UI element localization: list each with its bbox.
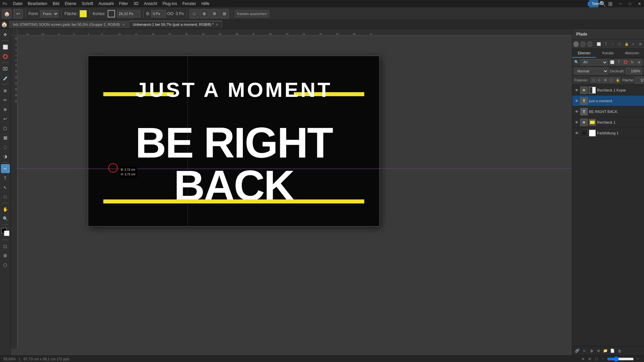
- stroke-size-input[interactable]: [117, 10, 141, 17]
- layer-eye-be-right-back[interactable]: 👁: [574, 109, 579, 114]
- layer-filter-icon-2[interactable]: T: [616, 59, 622, 65]
- status-icon-1[interactable]: ⊕: [580, 356, 586, 362]
- panel-dot-3[interactable]: [587, 42, 592, 47]
- tool-spot-heal[interactable]: ⊕: [1, 86, 10, 95]
- panel-dot-2[interactable]: [581, 42, 586, 47]
- tool-select-rect[interactable]: ⬜: [1, 43, 10, 51]
- kanten-ausrichten-button[interactable]: Kanten ausrichten: [235, 10, 269, 17]
- form-dropdown[interactable]: Form: [40, 10, 59, 17]
- menu-hilfe[interactable]: Hilfe: [199, 1, 211, 7]
- panel-icon-2[interactable]: T: [603, 42, 608, 47]
- layer-item-be-right-back[interactable]: 👁 T BE RIGHT BACK: [572, 106, 644, 117]
- lock-transparent-icon[interactable]: ◻: [591, 77, 596, 83]
- tool-lasso[interactable]: ⭕: [1, 52, 10, 61]
- b-value-input[interactable]: [151, 10, 166, 17]
- menu-ebene[interactable]: Ebene: [63, 1, 78, 7]
- tool-crop[interactable]: ⌧: [1, 64, 10, 73]
- tool-history-brush[interactable]: ↩: [1, 114, 10, 123]
- shape-option2-button[interactable]: ⊞: [220, 9, 229, 18]
- tool-gradient[interactable]: ▦: [1, 133, 10, 142]
- tool-mode[interactable]: ◻: [1, 242, 10, 250]
- lock-position-icon[interactable]: ✥: [603, 77, 608, 83]
- menu-fenster[interactable]: Fenster: [180, 1, 198, 7]
- panel-delete-icon[interactable]: 🗑: [616, 348, 623, 354]
- background-color[interactable]: [4, 231, 9, 236]
- tool-eraser[interactable]: ◻: [1, 124, 10, 132]
- lock-all-icon[interactable]: 🔒: [615, 77, 620, 83]
- menu-auswahl[interactable]: Auswahl: [97, 1, 116, 7]
- tab-brb-close[interactable]: ✕: [122, 23, 125, 26]
- deckraft-input[interactable]: [626, 68, 642, 74]
- menu-filter[interactable]: Filter: [117, 1, 130, 7]
- tool-shape[interactable]: □: [1, 192, 10, 201]
- tool-zoom[interactable]: 🔍: [1, 214, 10, 223]
- menu-plugins[interactable]: Plug-ins: [160, 1, 179, 7]
- stroke-swatch[interactable]: [108, 10, 115, 17]
- layer-filter-icon-5[interactable]: ⊕: [636, 59, 642, 65]
- tab-aktionen[interactable]: Aktionen: [620, 49, 644, 58]
- tool-hand[interactable]: ✋: [1, 205, 10, 214]
- lock-artboard-icon[interactable]: ⬡: [609, 77, 614, 83]
- layer-filter-icon-3[interactable]: ⭕: [623, 59, 629, 65]
- tool-clone[interactable]: ⊗: [1, 105, 10, 114]
- tab-ebenen[interactable]: Ebenen: [572, 49, 596, 58]
- panel-dot-1[interactable]: [574, 42, 579, 47]
- menu-bild[interactable]: Bild: [51, 1, 61, 7]
- tool-blur[interactable]: ◌: [1, 142, 10, 151]
- layer-item-rechteck-kopie[interactable]: 👁 ▦ Rechteck 1 Kopie: [572, 85, 644, 96]
- panel-icon-1[interactable]: ⬜: [596, 42, 601, 47]
- tab-unbenannt[interactable]: Unbenannt-1 bei 59,7% (just a moment, RG…: [129, 21, 222, 28]
- status-zoom-out[interactable]: −: [600, 356, 606, 362]
- zoom-slider[interactable]: [607, 356, 634, 362]
- panel-adjustment-icon[interactable]: ⊕: [595, 348, 601, 354]
- status-icon-3[interactable]: ◻: [594, 356, 599, 362]
- tool-options-button[interactable]: ↩: [13, 9, 23, 18]
- window-close[interactable]: ✕: [635, 0, 644, 7]
- tool-screen[interactable]: ⊞: [1, 251, 10, 260]
- layer-eye-just-a-moment[interactable]: 👁: [574, 99, 579, 103]
- fill-color-swatch[interactable]: [79, 10, 87, 17]
- tool-pen[interactable]: ✒: [1, 164, 10, 173]
- panel-new-layer-icon[interactable]: 📄: [609, 348, 615, 354]
- panel-mask-icon[interactable]: ◑: [588, 348, 594, 354]
- layer-item-just-a-moment[interactable]: 👁 T just a moment: [572, 96, 644, 106]
- layer-eye-rechteck1[interactable]: 👁: [574, 120, 579, 125]
- tab-brb-starting-soon[interactable]: brb STARTING SOON screen.psdc bei 50,5% …: [9, 21, 128, 28]
- layer-filter-icon-1[interactable]: ⬜: [609, 59, 615, 65]
- menu-schrift[interactable]: Schrift: [80, 1, 95, 7]
- panel-link-icon[interactable]: 🔗: [574, 348, 580, 354]
- layer-eye-rechteck-kopie[interactable]: 👁: [574, 88, 579, 93]
- shape-rect-button[interactable]: □: [190, 9, 199, 18]
- flaeche-input[interactable]: [635, 77, 644, 83]
- tool-3d[interactable]: ⬡: [1, 260, 10, 269]
- tool-eyedropper[interactable]: 💉: [1, 74, 10, 82]
- home-button[interactable]: 🏠: [2, 9, 11, 18]
- layer-item-farbfuellung[interactable]: 👁 Farbfüllung 1: [572, 128, 644, 138]
- home-tab-icon[interactable]: 🏠: [1, 21, 7, 27]
- panel-icon-6[interactable]: ⊞: [638, 42, 643, 47]
- window-maximize[interactable]: □: [625, 0, 635, 7]
- menu-3d[interactable]: 3D: [131, 1, 141, 7]
- status-zoom-in[interactable]: +: [635, 356, 641, 362]
- shape-align-button[interactable]: ⊕: [200, 9, 209, 18]
- panel-folder-icon[interactable]: 📁: [602, 348, 608, 354]
- panel-fx-icon[interactable]: fx: [581, 348, 587, 354]
- tool-path-select[interactable]: ↖: [1, 183, 10, 192]
- tool-move[interactable]: ✥: [1, 30, 10, 39]
- layer-type-dropdown[interactable]: Art: [580, 59, 608, 65]
- tab-unbenannt-close[interactable]: ✕: [216, 23, 218, 26]
- panel-icon-5[interactable]: ≡: [631, 42, 636, 47]
- tool-dodge[interactable]: ◑: [1, 152, 10, 161]
- tool-brush[interactable]: ✏: [1, 96, 10, 104]
- menu-datei[interactable]: Datei: [11, 1, 24, 7]
- menu-bearbeiten[interactable]: Bearbeiten: [26, 1, 49, 7]
- layer-item-rechteck1[interactable]: 👁 ▦ Rechteck 1: [572, 117, 644, 128]
- layer-eye-farbfuellung[interactable]: 👁: [574, 131, 579, 135]
- panel-icon-4[interactable]: ⬡: [617, 42, 622, 47]
- blend-mode-dropdown[interactable]: Normal: [574, 68, 608, 74]
- panel-lock-icon[interactable]: 🔒: [624, 42, 629, 47]
- window-minimize[interactable]: ─: [616, 0, 625, 7]
- search-button[interactable]: 🔍: [600, 1, 606, 7]
- tool-text[interactable]: T: [1, 174, 10, 182]
- tab-kanaele[interactable]: Kanäle: [596, 49, 620, 58]
